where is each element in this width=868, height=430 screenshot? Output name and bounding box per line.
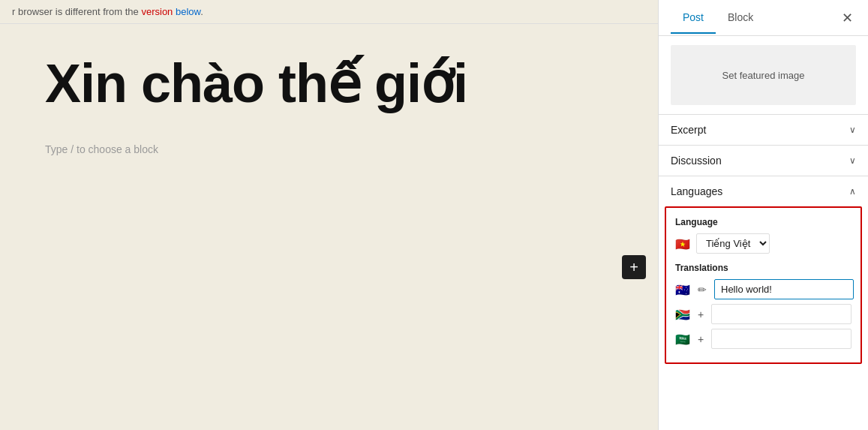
language-select-row: 🇻🇳 Tiếng Việt [675, 233, 851, 254]
discussion-header[interactable]: Discussion ∨ [659, 146, 868, 176]
vn-flag-icon: 🇻🇳 [675, 239, 690, 249]
au-flag-icon: 🇦🇺 [675, 284, 690, 295]
edit-icon: ✏ [698, 284, 707, 296]
featured-image-box[interactable]: Set featured image [671, 45, 856, 105]
za-flag-icon: 🇿🇦 [675, 309, 690, 320]
close-button[interactable]: ✕ [839, 7, 856, 29]
languages-label: Languages [671, 185, 722, 197]
warning-blue: below [176, 6, 200, 17]
tab-post[interactable]: Post [671, 2, 716, 34]
translation-input-1[interactable] [711, 304, 851, 324]
add-icon-2: + [698, 333, 704, 345]
add-icon-1: + [698, 308, 704, 320]
block-placeholder: Type / to choose a block [45, 143, 613, 155]
editor-area: r browser is different from the version … [0, 0, 658, 430]
warning-text: r browser is different from the version … [12, 6, 203, 17]
editor-content: Xin chào thế giới Type / to choose a blo… [0, 24, 658, 430]
translation-input-0[interactable] [714, 279, 854, 299]
add-translation-button-2[interactable]: + [695, 332, 707, 347]
warning-bar: r browser is different from the version … [0, 0, 658, 24]
excerpt-section: Excerpt ∨ [659, 114, 868, 145]
edit-translation-button-0[interactable]: ✏ [695, 282, 710, 297]
post-title[interactable]: Xin chào thế giới [45, 54, 613, 113]
discussion-section: Discussion ∨ [659, 145, 868, 176]
sidebar: Post Block ✕ Set featured image Excerpt … [658, 0, 868, 430]
discussion-label: Discussion [671, 155, 722, 167]
translation-row-2: 🇸🇦 + [675, 329, 851, 349]
sidebar-header: Post Block ✕ [659, 0, 868, 36]
sa-flag-icon: 🇸🇦 [675, 334, 690, 344]
language-dropdown[interactable]: Tiếng Việt [696, 233, 770, 254]
translation-row-1: 🇿🇦 + [675, 304, 851, 324]
sidebar-tabs: Post Block [671, 2, 765, 34]
language-translations-box: Language 🇻🇳 Tiếng Việt Translations 🇦🇺 ✏… [665, 206, 862, 364]
discussion-chevron-icon: ∨ [849, 155, 856, 166]
excerpt-chevron-icon: ∨ [849, 125, 856, 135]
translation-row-0: 🇦🇺 ✏ [675, 279, 851, 299]
add-translation-button-1[interactable]: + [695, 307, 707, 322]
add-block-button[interactable]: + [622, 255, 646, 279]
language-field-label: Language [675, 217, 851, 227]
featured-image-label: Set featured image [722, 70, 805, 81]
excerpt-label: Excerpt [671, 124, 706, 136]
translations-field-label: Translations [675, 263, 851, 273]
tab-block[interactable]: Block [716, 2, 765, 34]
translation-input-2[interactable] [711, 329, 851, 349]
languages-section: Languages ∧ Language 🇻🇳 Tiếng Việt Trans… [659, 176, 868, 373]
excerpt-header[interactable]: Excerpt ∨ [659, 115, 868, 145]
warning-red: version [141, 6, 173, 17]
languages-header[interactable]: Languages ∧ [659, 176, 868, 206]
languages-chevron-icon: ∧ [849, 186, 856, 197]
